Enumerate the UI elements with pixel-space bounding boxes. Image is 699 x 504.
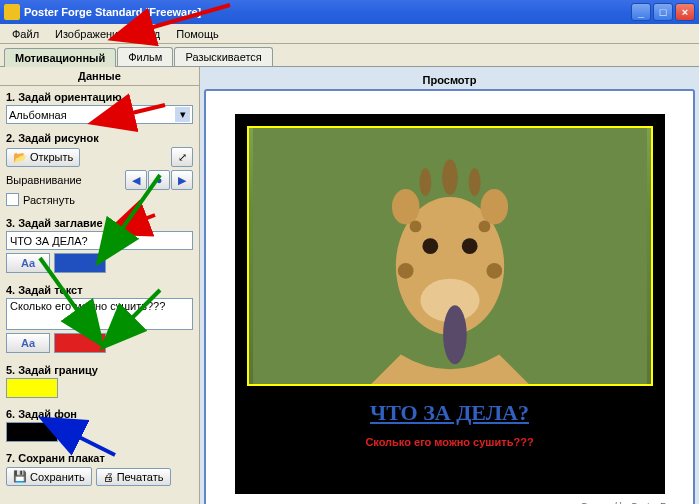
window-title: Poster Forge Standard [Freeware] xyxy=(24,6,631,18)
align-right-button[interactable]: ▶ xyxy=(171,170,193,190)
left-panel: Данные 1. Задай ориентацию Альбомная ▾ 2… xyxy=(0,67,200,504)
titlebar: Poster Forge Standard [Freeware] _ □ × xyxy=(0,0,699,24)
section-6-title: 6. Задай фон xyxy=(6,408,193,420)
giraffe-image xyxy=(249,128,651,384)
text-font-button[interactable]: Aa xyxy=(6,333,50,353)
poster-text: Сколько его можно сушить??? xyxy=(365,436,533,448)
stretch-label: Растянуть xyxy=(23,194,75,206)
save-icon: 💾 xyxy=(13,470,27,483)
open-button[interactable]: 📂 Открыть xyxy=(6,148,80,167)
svg-point-12 xyxy=(443,305,467,364)
align-center-button[interactable]: ● xyxy=(148,170,170,190)
title-color-button[interactable] xyxy=(54,253,106,273)
title-input[interactable] xyxy=(6,231,193,250)
chevron-down-icon: ▾ xyxy=(175,107,190,122)
save-label: Сохранить xyxy=(30,471,85,483)
open-label: Открыть xyxy=(30,151,73,163)
text-color-button[interactable] xyxy=(54,333,106,353)
section-1-title: 1. Задай ориентацию xyxy=(6,91,193,103)
right-panel: Просмотр xyxy=(200,67,699,504)
menu-view[interactable]: Вид xyxy=(132,26,168,42)
menu-image[interactable]: Изображение xyxy=(47,26,132,42)
align-label: Выравнивание xyxy=(6,174,82,186)
print-button[interactable]: 🖨 Печатать xyxy=(96,468,171,486)
svg-point-2 xyxy=(442,160,458,195)
orientation-combo[interactable]: Альбомная ▾ xyxy=(6,105,193,124)
menubar: Файл Изображение Вид Помощь xyxy=(0,24,699,44)
poster-image xyxy=(247,126,653,386)
section-4-title: 4. Задай текст xyxy=(6,284,193,296)
maximize-button[interactable]: □ xyxy=(653,3,673,21)
svg-point-5 xyxy=(391,189,419,224)
menu-file[interactable]: Файл xyxy=(4,26,47,42)
section-3-title: 3. Задай заглавие xyxy=(6,217,193,229)
stretch-checkbox[interactable] xyxy=(6,193,19,206)
svg-point-14 xyxy=(478,221,490,233)
tab-film[interactable]: Фильм xyxy=(117,47,173,66)
svg-point-16 xyxy=(486,263,502,279)
print-icon: 🖨 xyxy=(103,471,114,483)
app-icon xyxy=(4,4,20,20)
data-header: Данные xyxy=(0,67,199,86)
svg-point-15 xyxy=(397,263,413,279)
section-7-title: 7. Сохрани плакат xyxy=(6,452,193,464)
tab-wanted[interactable]: Разыскивается xyxy=(174,47,272,66)
preview-header: Просмотр xyxy=(204,71,695,89)
bg-color-button[interactable] xyxy=(6,422,58,442)
save-button[interactable]: 💾 Сохранить xyxy=(6,467,92,486)
tab-motivational[interactable]: Мотивационный xyxy=(4,48,116,67)
border-color-button[interactable] xyxy=(6,378,58,398)
poster: ЧТО ЗА ДЕЛА? Сколько его можно сушить???… xyxy=(235,114,665,494)
print-label: Печатать xyxy=(117,471,164,483)
section-5-title: 5. Задай границу xyxy=(6,364,193,376)
svg-point-6 xyxy=(480,189,508,224)
fit-button[interactable]: ⤢ xyxy=(171,147,193,167)
title-font-button[interactable]: Aa xyxy=(6,253,50,273)
svg-point-13 xyxy=(409,221,421,233)
svg-point-3 xyxy=(419,168,431,196)
svg-point-4 xyxy=(468,168,480,196)
preview-area: ЧТО ЗА ДЕЛА? Сколько его можно сушить???… xyxy=(204,89,695,504)
section-2-title: 2. Задай рисунок xyxy=(6,132,193,144)
poster-title: ЧТО ЗА ДЕЛА? xyxy=(370,400,529,426)
minimize-button[interactable]: _ xyxy=(631,3,651,21)
orientation-value: Альбомная xyxy=(9,109,67,121)
svg-point-7 xyxy=(422,238,438,254)
text-input[interactable]: Сколько его можно сушить??? xyxy=(6,298,193,330)
tab-bar: Мотивационный Фильм Разыскивается xyxy=(0,44,699,67)
menu-help[interactable]: Помощь xyxy=(168,26,227,42)
close-button[interactable]: × xyxy=(675,3,695,21)
svg-point-8 xyxy=(461,238,477,254)
folder-icon: 📂 xyxy=(13,151,27,164)
align-left-button[interactable]: ◀ xyxy=(125,170,147,190)
